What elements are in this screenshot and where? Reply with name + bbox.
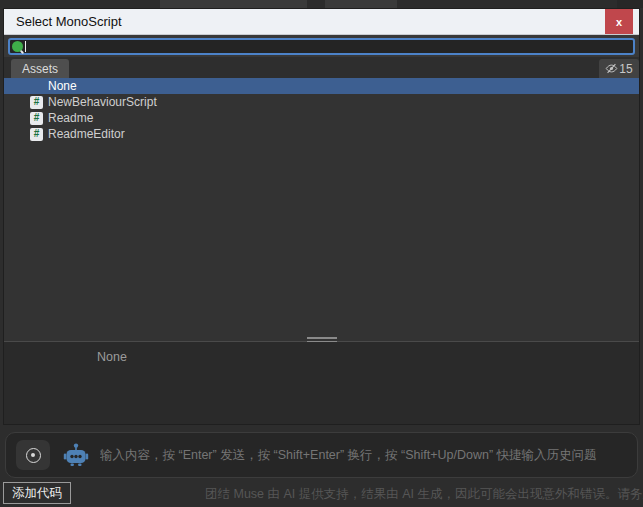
search-row	[4, 35, 639, 57]
close-icon: x	[616, 16, 622, 28]
hidden-count-label: 15	[619, 62, 632, 76]
list-item-icon-slot: #	[30, 128, 48, 141]
circle-dot-icon	[26, 448, 41, 463]
list-item-icon-slot: #	[30, 112, 48, 125]
tab-bar: Assets 15	[4, 57, 639, 78]
screen: Select MonoScript x Assets	[0, 0, 643, 507]
preview-selection-label: None	[97, 350, 127, 364]
background-tabs-strip	[0, 0, 643, 8]
list-item[interactable]: #ReadmeEditor	[4, 126, 639, 142]
csharp-script-icon: #	[30, 112, 43, 125]
search-input[interactable]	[28, 40, 633, 53]
muse-input-bar[interactable]: 输入内容，按 “Enter” 发送，按 “Shift+Enter” 换行，按 “…	[5, 432, 638, 478]
script-list: None#NewBehaviourScript#Readme#ReadmeEdi…	[4, 78, 639, 341]
dialog-title: Select MonoScript	[16, 14, 122, 29]
text-caret	[25, 41, 26, 52]
preview-pane: None	[4, 342, 639, 424]
hidden-items-counter[interactable]: 15	[599, 59, 639, 78]
muse-disclaimer: 团结 Muse 由 AI 提供支持，结果由 AI 生成，因此可能会出现意外和错误…	[205, 486, 643, 503]
add-code-label: 添加代码	[12, 485, 62, 502]
csharp-script-icon: #	[30, 96, 43, 109]
search-box[interactable]	[8, 38, 635, 55]
list-item-label: ReadmeEditor	[48, 127, 125, 141]
list-item-label: None	[48, 79, 77, 93]
footer: 添加代码 团结 Muse 由 AI 提供支持，结果由 AI 生成，因此可能会出现…	[0, 480, 643, 507]
list-item[interactable]: #NewBehaviourScript	[4, 94, 639, 110]
muse-input-placeholder[interactable]: 输入内容，按 “Enter” 发送，按 “Shift+Enter” 换行，按 “…	[100, 447, 597, 464]
tab-assets-label: Assets	[22, 62, 58, 76]
list-item-label: Readme	[48, 111, 93, 125]
list-item-icon-slot: #	[30, 96, 48, 109]
list-item-label: NewBehaviourScript	[48, 95, 157, 109]
search-icon	[12, 41, 23, 52]
list-item[interactable]: #Readme	[4, 110, 639, 126]
tab-assets[interactable]: Assets	[11, 59, 69, 78]
background-tab-segment	[325, 0, 397, 8]
context-target-button[interactable]	[16, 440, 50, 470]
eye-slash-icon	[605, 62, 618, 75]
background-tab-segment	[160, 0, 307, 8]
add-code-button[interactable]: 添加代码	[3, 482, 71, 504]
title-bar[interactable]: Select MonoScript x	[4, 9, 639, 35]
csharp-script-icon: #	[30, 128, 43, 141]
close-button[interactable]: x	[605, 9, 633, 34]
robot-icon	[62, 443, 90, 467]
select-monoscript-dialog: Select MonoScript x Assets	[3, 8, 640, 425]
background-tab-segment	[617, 0, 643, 8]
list-item[interactable]: None	[4, 78, 639, 94]
